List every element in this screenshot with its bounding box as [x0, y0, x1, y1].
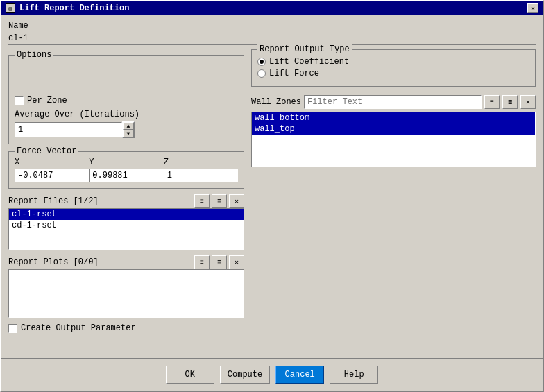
report-plots-clear-icon[interactable]: ✕ — [229, 255, 244, 269]
report-plots-list-icon[interactable]: ≡ — [194, 255, 210, 269]
close-button[interactable]: ✕ — [527, 3, 538, 13]
radio-lift-coefficient[interactable] — [257, 58, 266, 66]
per-zone-checkbox[interactable] — [15, 96, 24, 105]
avg-label: Average Over (Iterations) — [15, 110, 238, 119]
main-row: Options Per Zone Average Over (Iteration… — [8, 49, 536, 350]
name-section: Name — [8, 21, 536, 45]
radio-lift-coeff-row: Lift Coefficient — [257, 57, 529, 67]
options-legend: Options — [15, 50, 53, 60]
per-zone-row: Per Zone — [15, 96, 238, 105]
report-files-header: Report Files [1/2] ≡ ≣ ✕ — [8, 194, 244, 208]
create-output-row: Create Output Parameter — [8, 323, 244, 333]
report-files-clear-icon[interactable]: ✕ — [229, 194, 244, 208]
report-plots-title: Report Plots [0/0] — [8, 257, 99, 267]
list-item[interactable]: cl-1-rset — [9, 209, 244, 220]
window-title: Lift Report Definition — [19, 3, 129, 13]
left-panel: Options Per Zone Average Over (Iteration… — [8, 49, 244, 350]
force-y-col: Y — [89, 157, 163, 182]
report-output-box: Report Output Type Lift Coefficient Lift… — [251, 49, 536, 87]
wall-zones-label: Wall Zones — [251, 97, 301, 107]
force-y-input[interactable] — [89, 169, 163, 182]
window-icon: ▤ — [6, 3, 15, 13]
avg-spinner: ▲ ▼ — [15, 121, 98, 138]
radio-lift-force-row: Lift Force — [257, 69, 529, 78]
force-vector-legend: Force Vector — [15, 146, 78, 156]
force-x-input[interactable] — [15, 169, 89, 182]
radio-lift-force-label: Lift Force — [269, 69, 319, 78]
wall-zones-list[interactable]: wall_bottom wall_top — [251, 112, 536, 167]
help-button[interactable]: Help — [330, 366, 378, 384]
main-window: ▤ Lift Report Definition ✕ Name Options … — [0, 0, 544, 392]
report-plots-icons: ≡ ≣ ✕ — [194, 255, 244, 269]
report-files-title: Report Files [1/2] — [8, 196, 99, 206]
force-y-label: Y — [89, 157, 163, 167]
report-output-legend: Report Output Type — [257, 44, 352, 54]
report-files-list[interactable]: cl-1-rset cd-1-rset — [8, 208, 244, 250]
list-item[interactable]: cd-1-rset — [9, 220, 244, 231]
spinner-down[interactable]: ▼ — [123, 130, 134, 137]
report-files-edit-icon[interactable]: ≣ — [212, 194, 227, 208]
report-plots-list[interactable] — [8, 269, 244, 318]
report-files-list-icon[interactable]: ≡ — [194, 194, 210, 208]
create-output-checkbox[interactable] — [8, 324, 17, 333]
force-row: X Y Z — [15, 157, 238, 182]
report-files-icons: ≡ ≣ ✕ — [194, 194, 244, 208]
main-content: Name Options Per Zone Average Over (Iter… — [1, 15, 543, 355]
spinner-buttons: ▲ ▼ — [122, 121, 135, 138]
ok-button[interactable]: OK — [166, 366, 214, 384]
bottom-buttons: OK Compute Cancel Help — [1, 358, 543, 391]
per-zone-label: Per Zone — [27, 96, 67, 105]
title-bar: ▤ Lift Report Definition ✕ — [1, 1, 543, 15]
wall-zones-section: Wall Zones ≡ ≣ ✕ wall_bottom wall_top — [251, 91, 536, 167]
avg-input[interactable] — [15, 122, 122, 137]
radio-lift-coefficient-label: Lift Coefficient — [269, 57, 349, 67]
report-plots-edit-icon[interactable]: ≣ — [212, 255, 227, 269]
wall-zones-clear-icon[interactable]: ✕ — [520, 95, 536, 109]
force-z-input[interactable] — [164, 169, 238, 182]
report-plots-header: Report Plots [0/0] ≡ ≣ ✕ — [8, 255, 244, 269]
cancel-button[interactable]: Cancel — [275, 366, 324, 384]
compute-button[interactable]: Compute — [220, 366, 270, 384]
wall-zone-item[interactable]: wall_top — [252, 123, 535, 135]
create-output-label: Create Output Parameter — [21, 323, 136, 333]
wall-zone-item[interactable]: wall_bottom — [252, 112, 535, 123]
name-input[interactable] — [8, 32, 536, 45]
options-box: Options Per Zone Average Over (Iteration… — [8, 55, 244, 144]
force-z-label: Z — [164, 157, 238, 167]
name-label: Name — [8, 21, 536, 31]
force-x-col: X — [15, 157, 89, 182]
force-z-col: Z — [164, 157, 238, 182]
radio-lift-force[interactable] — [257, 69, 266, 78]
force-x-label: X — [15, 157, 89, 167]
spinner-up[interactable]: ▲ — [123, 122, 134, 130]
title-bar-left: ▤ Lift Report Definition — [6, 3, 129, 13]
force-vector-box: Force Vector X Y Z — [8, 151, 244, 189]
wall-zones-edit-icon[interactable]: ≣ — [502, 95, 518, 109]
wall-zones-filter[interactable] — [304, 95, 482, 109]
wall-zones-row: Wall Zones ≡ ≣ ✕ — [251, 95, 536, 109]
right-panel: Report Output Type Lift Coefficient Lift… — [251, 49, 536, 350]
wall-zones-list-icon[interactable]: ≡ — [484, 95, 500, 109]
